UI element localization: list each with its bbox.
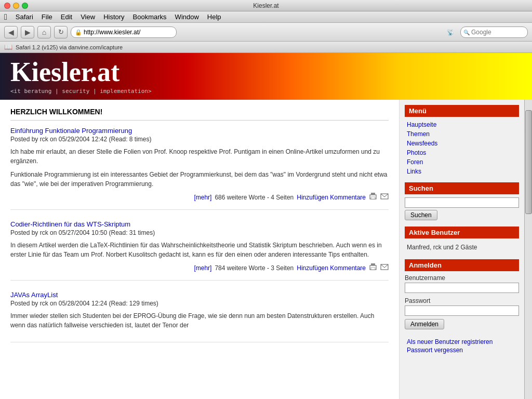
- sidebar-menu-section: Menü Hauptseite Themen Newsfeeds Photos …: [405, 105, 519, 176]
- site-header: Kiesler.at <it beratung | security | imp…: [0, 53, 532, 100]
- sidebar-search-section: Suchen Suchen: [405, 182, 519, 220]
- search-input[interactable]: [460, 26, 528, 38]
- article-2-comment-link[interactable]: Hinzufügen Kommentare: [297, 264, 366, 272]
- sidebar-active-header: Aktive Benutzer: [405, 227, 519, 238]
- menu-edit[interactable]: Edit: [61, 13, 72, 21]
- close-button[interactable]: [4, 3, 10, 9]
- welcome-heading: HERZLICH WILLKOMMEN!: [10, 108, 389, 121]
- content-wrapper: HERZLICH WILLKOMMEN! Einführung Funktion…: [0, 100, 532, 399]
- site-subtitle: <it beratung | security | implementation…: [10, 88, 152, 95]
- sidebar-search-input[interactable]: [405, 197, 519, 208]
- maximize-button[interactable]: [22, 3, 28, 9]
- menu-bookmarks[interactable]: Bookmarks: [133, 13, 167, 21]
- menu-file[interactable]: File: [42, 13, 52, 21]
- home-icon: ⌂: [42, 28, 46, 36]
- article-1-more-text: 686 weitere Worte - 4 Seiten: [215, 194, 294, 201]
- url-input[interactable]: [71, 26, 177, 38]
- login-button[interactable]: Anmelden: [405, 319, 444, 329]
- svg-rect-5: [371, 263, 375, 265]
- url-container: 🔒 📡: [71, 26, 457, 38]
- article-1-footer: [mehr] 686 weitere Worte - 4 Seiten Hinz…: [10, 193, 389, 202]
- refresh-button[interactable]: ↻: [54, 26, 68, 38]
- sidebar-item-foren[interactable]: Foren: [407, 157, 517, 167]
- minimize-button[interactable]: [13, 3, 19, 9]
- article-3-meta: Posted by rck on 05/28/2004 12:24 (Read:…: [10, 300, 389, 307]
- article-1-body2: Funktionale Programmierung ist ein inter…: [10, 170, 389, 189]
- sidebar-item-photos[interactable]: Photos: [407, 148, 517, 157]
- back-button[interactable]: ◀: [4, 26, 18, 38]
- sidebar-item-links[interactable]: Links: [407, 167, 517, 176]
- article-2-link[interactable]: Codier-Richtlinen für das WTS-Skriptum: [10, 220, 130, 228]
- forward-button[interactable]: ▶: [21, 26, 34, 38]
- sidebar-login-form: Benutzername Passwort Anmelden: [405, 274, 519, 329]
- refresh-icon: ↻: [58, 28, 64, 36]
- sidebar-login-header: Anmelden: [405, 259, 519, 271]
- bookmark-bar: 📖 Safari 1.2 (v125) via danvine.com/icap…: [0, 42, 532, 53]
- sidebar-login-section: Anmelden Benutzername Passwort Anmelden: [405, 259, 519, 329]
- site-title: Kiesler.at: [10, 59, 152, 86]
- mail-icon[interactable]: [380, 193, 389, 201]
- menu-safari[interactable]: Safari: [16, 13, 33, 21]
- sidebar-register-section: Als neuer Benutzer registrieren Passwort…: [405, 336, 519, 356]
- svg-rect-6: [371, 268, 375, 270]
- sidebar-active-text: Manfred, rck und 2 Gäste: [405, 242, 519, 253]
- sidebar-menu-header: Menü: [405, 105, 519, 117]
- scroll-thumb[interactable]: [525, 110, 532, 214]
- bookmark-text: Safari 1.2 (v125) via danvine.com/icaptu…: [16, 44, 123, 50]
- article-2-more-link[interactable]: [mehr]: [194, 264, 211, 272]
- forgot-password-link[interactable]: Passwort vergessen: [407, 346, 517, 354]
- article-1-more-link[interactable]: [mehr]: [194, 194, 211, 201]
- menu-window[interactable]: Window: [175, 13, 199, 21]
- browser-window: Kiesler.at <it beratung | security | imp…: [0, 53, 532, 399]
- toolbar: ◀ ▶ ⌂ ↻ 🔒 📡 🔍: [0, 23, 532, 42]
- sidebar-search-header: Suchen: [405, 182, 519, 194]
- sidebar-search-button[interactable]: Suchen: [405, 210, 437, 220]
- sidebar-item-hauptseite[interactable]: Hauptseite: [407, 120, 517, 129]
- username-label: Benutzername: [405, 274, 519, 282]
- article-1: Einführung Funktionale Programmierung Po…: [10, 127, 389, 210]
- article-1-comment-link[interactable]: Hinzufügen Kommentare: [297, 194, 366, 201]
- print-icon[interactable]: [369, 193, 377, 202]
- main-content: HERZLICH WILLKOMMEN! Einführung Funktion…: [0, 100, 400, 399]
- bookmark-icon: 📖: [4, 43, 12, 51]
- article-2-more-text: 784 weitere Worte - 3 Seiten: [215, 264, 294, 272]
- window-title: Kiesler.at: [253, 2, 278, 9]
- print-icon-2[interactable]: [369, 263, 377, 272]
- article-1-link[interactable]: Einführung Funktionale Programmierung: [10, 127, 132, 135]
- sidebar-active-section: Aktive Benutzer Manfred, rck und 2 Gäste: [405, 227, 519, 253]
- sidebar-item-newsfeeds[interactable]: Newsfeeds: [407, 139, 517, 148]
- menu-view[interactable]: View: [81, 13, 95, 21]
- menu-history[interactable]: History: [103, 13, 124, 21]
- menu-help[interactable]: Help: [207, 13, 221, 21]
- password-label: Passwort: [405, 297, 519, 304]
- article-2: Codier-Richtlinen für das WTS-Skriptum P…: [10, 220, 389, 281]
- password-input[interactable]: [405, 305, 519, 316]
- menu-bar:  Safari File Edit View History Bookmark…: [0, 11, 532, 23]
- article-1-meta: Posted by rck on 05/29/2004 12:42 (Read:…: [10, 136, 389, 143]
- search-container: 🔍: [460, 26, 528, 38]
- apple-menu[interactable]: : [4, 12, 7, 22]
- article-1-title: Einführung Funktionale Programmierung: [10, 127, 389, 135]
- article-2-title: Codier-Richtlinen für das WTS-Skriptum: [10, 220, 389, 228]
- article-2-footer: [mehr] 784 weitere Worte - 3 Seiten Hinz…: [10, 263, 389, 272]
- article-3: JAVAs ArrayList Posted by rck on 05/28/2…: [10, 291, 389, 342]
- register-link[interactable]: Als neuer Benutzer registrieren: [407, 338, 517, 346]
- search-icon: 🔍: [463, 29, 470, 35]
- svg-rect-1: [371, 193, 375, 195]
- rss-icon: 📡: [447, 29, 454, 35]
- article-2-body1: In diesem Artikel werden die LaTeX-Richt…: [10, 241, 389, 259]
- sidebar-menu-links: Hauptseite Themen Newsfeeds Photos Foren…: [405, 120, 519, 176]
- site-branding: Kiesler.at <it beratung | security | imp…: [10, 59, 152, 95]
- svg-rect-2: [371, 197, 375, 199]
- traffic-lights: [4, 3, 28, 9]
- sidebar-search-form: Suchen: [405, 197, 519, 220]
- sidebar-item-themen[interactable]: Themen: [407, 129, 517, 139]
- article-3-link[interactable]: JAVAs ArrayList: [10, 291, 58, 299]
- home-button[interactable]: ⌂: [37, 26, 51, 38]
- lock-icon: 🔒: [75, 29, 82, 35]
- article-3-body1: Immer wieder stellen sich Studenten bei …: [10, 311, 389, 330]
- username-input[interactable]: [405, 283, 519, 293]
- article-1-body1: Ich habe mir erlaubt, an dieser Stelle d…: [10, 147, 389, 166]
- mail-icon-2[interactable]: [380, 264, 389, 272]
- scrollbar[interactable]: [524, 100, 532, 399]
